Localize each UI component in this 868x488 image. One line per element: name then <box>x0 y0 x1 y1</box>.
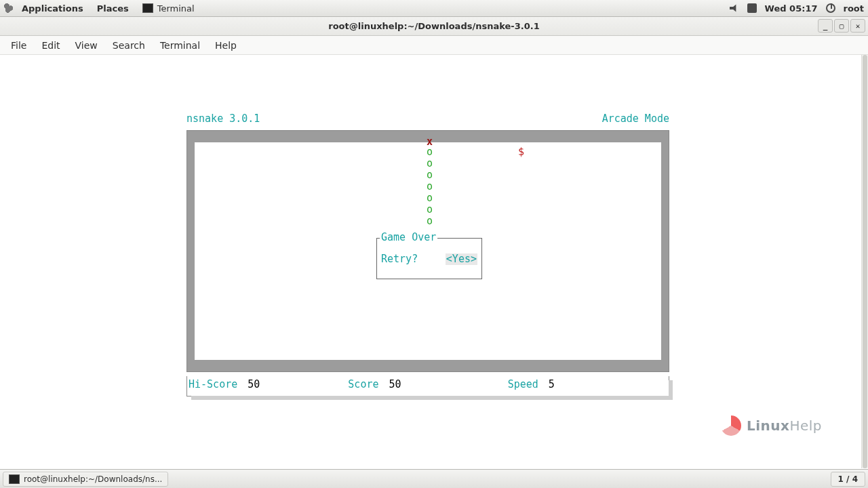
arena-wall-right <box>661 142 669 360</box>
shutdown-icon[interactable] <box>826 3 835 13</box>
play-area: x o o o o o o o $ Game Over Retry? <Yes> <box>195 142 661 360</box>
terminal-icon <box>142 3 153 13</box>
terminal-menubar: File Edit View Search Terminal Help <box>0 36 868 55</box>
snake-body: o <box>427 181 433 192</box>
volume-icon[interactable] <box>730 3 739 13</box>
places-menu[interactable]: Places <box>92 2 134 15</box>
retry-yes-option[interactable]: <Yes> <box>446 253 477 265</box>
window-titlebar: root@linuxhelp:~/Downloads/nsnake-3.0.1 … <box>0 17 868 36</box>
hiscore-value: 50 <box>248 378 260 390</box>
speed-label: Speed <box>508 378 538 390</box>
score-label: Score <box>348 378 378 390</box>
terminal-viewport[interactable]: nsnake 3.0.1 Arcade Mode x o o o o o o o… <box>0 55 861 468</box>
terminal-icon <box>9 474 20 484</box>
window-maximize-button[interactable]: ▢ <box>834 19 849 33</box>
menu-search[interactable]: Search <box>106 38 152 53</box>
snake-body: o <box>427 216 433 227</box>
score-value: 50 <box>389 378 401 390</box>
hiscore-label: Hi-Score <box>189 378 237 390</box>
workspace-switcher[interactable]: 1 / 4 <box>831 472 865 487</box>
terminal-scrollbar[interactable] <box>861 55 868 468</box>
window-title: root@linuxhelp:~/Downloads/nsnake-3.0.1 <box>328 21 539 31</box>
snake-body: o <box>427 158 433 169</box>
menu-terminal[interactable]: Terminal <box>153 38 207 53</box>
nsnake-game: nsnake 3.0.1 Arcade Mode x o o o o o o o… <box>186 113 669 396</box>
window-minimize-button[interactable]: _ <box>818 19 833 33</box>
gnome-foot-icon <box>4 3 14 13</box>
game-border: x o o o o o o o $ Game Over Retry? <Yes> <box>186 130 669 372</box>
menu-edit[interactable]: Edit <box>35 38 66 53</box>
terminal-scrollbar-thumb[interactable] <box>863 55 867 468</box>
game-name-label: nsnake 3.0.1 <box>186 113 260 125</box>
retry-prompt: Retry? <box>381 253 418 265</box>
arena-wall-left <box>187 142 195 360</box>
window-close-button[interactable]: ✕ <box>850 19 865 33</box>
frame-shadow-bottom <box>191 396 673 400</box>
game-over-title: Game Over <box>380 232 437 243</box>
linuxhelp-watermark: LinuxHelp <box>721 415 822 436</box>
linuxhelp-text: LinuxHelp <box>747 420 822 432</box>
speed-value: 5 <box>549 378 555 390</box>
gnome-top-panel: Applications Places Terminal Wed 05:17 r… <box>0 0 868 17</box>
applications-menu[interactable]: Applications <box>16 2 89 15</box>
arena-wall-bottom <box>187 360 669 371</box>
snake-body: o <box>427 169 433 181</box>
network-icon[interactable] <box>747 3 757 13</box>
gnome-bottom-panel: root@linuxhelp:~/Downloads/ns... 1 / 4 <box>0 469 868 488</box>
food: $ <box>518 146 524 158</box>
linuxhelp-swirl-icon <box>721 415 741 436</box>
snake-body: o <box>427 146 433 158</box>
snake-body: o <box>427 192 433 204</box>
menu-help[interactable]: Help <box>208 38 243 53</box>
status-bar: Hi-Score 50 Score 50 Speed 5 <box>186 376 669 396</box>
taskbar-item-label: root@linuxhelp:~/Downloads/ns... <box>24 474 162 484</box>
game-over-dialog: Game Over Retry? <Yes> <box>376 238 482 279</box>
running-app-label: Terminal <box>157 3 195 14</box>
taskbar-item-terminal[interactable]: root@linuxhelp:~/Downloads/ns... <box>3 472 168 487</box>
running-app-indicator[interactable]: Terminal <box>137 2 200 15</box>
menu-file[interactable]: File <box>4 38 33 53</box>
menu-view[interactable]: View <box>68 38 104 53</box>
snake-body: o <box>427 204 433 216</box>
game-mode-label: Arcade Mode <box>602 113 669 125</box>
clock[interactable]: Wed 05:17 <box>765 3 818 14</box>
user-menu[interactable]: root <box>844 3 865 14</box>
